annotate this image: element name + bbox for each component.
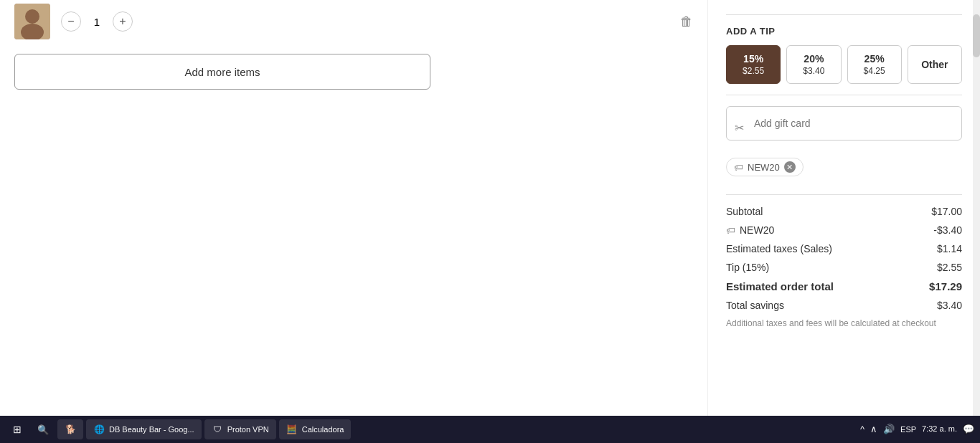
language-indicator[interactable]: ESP bbox=[900, 425, 916, 434]
promo-code-label: NEW20 bbox=[748, 162, 780, 173]
taskbar-calc-app[interactable]: 🧮 Calculadora bbox=[279, 419, 352, 439]
gift-card-icon: ✂ bbox=[735, 121, 744, 135]
widget-icon: 🐕 bbox=[65, 424, 76, 435]
summary-tag-icon: 🏷 bbox=[726, 225, 735, 236]
calc-label: Calculadora bbox=[302, 425, 344, 434]
quantity-control: − 1 + bbox=[61, 11, 133, 32]
subtotal-label: Subtotal bbox=[726, 206, 763, 217]
mid-divider bbox=[726, 95, 962, 95]
chevron-up-icon[interactable]: ^ bbox=[860, 424, 864, 434]
tip-other-button[interactable]: Other bbox=[908, 45, 962, 84]
svg-point-1 bbox=[25, 9, 39, 24]
tip-20-button[interactable]: 20% $3.40 bbox=[786, 45, 841, 84]
tip-15-button[interactable]: 15% $2.55 bbox=[726, 45, 781, 84]
savings-label: Total savings bbox=[726, 300, 784, 311]
chrome-icon: 🌐 bbox=[93, 424, 105, 435]
summary-divider bbox=[726, 194, 962, 195]
footer-note: Additional taxes and fees will be calcul… bbox=[726, 318, 962, 328]
notification-icon[interactable]: 💬 bbox=[963, 424, 974, 434]
gift-card-wrapper: ✂ bbox=[726, 106, 962, 149]
cart-item-row: − 1 + 🗑 bbox=[14, 0, 693, 39]
taskbar-search-button[interactable]: 🔍 bbox=[32, 419, 55, 439]
time-display: 7:32 a. m. bbox=[922, 424, 957, 434]
taskbar-chrome-app[interactable]: 🌐 DB Beauty Bar - Goog... bbox=[86, 419, 202, 439]
subtotal-row: Subtotal $17.00 bbox=[726, 206, 962, 217]
decrease-quantity-button[interactable]: − bbox=[61, 11, 81, 32]
chrome-label: DB Beauty Bar - Goog... bbox=[109, 425, 194, 434]
tip-label: Tip (15%) bbox=[726, 262, 769, 273]
savings-row: Total savings $3.40 bbox=[726, 300, 962, 311]
taskbar-clock[interactable]: 7:32 a. m. bbox=[922, 424, 957, 434]
order-summary: Subtotal $17.00 🏷 NEW20 -$3.40 Estimated… bbox=[726, 206, 962, 328]
tip-options: 15% $2.55 20% $3.40 25% $4.25 Other bbox=[726, 45, 962, 84]
proton-icon: 🛡 bbox=[212, 424, 223, 435]
top-divider bbox=[726, 14, 962, 15]
quantity-value: 1 bbox=[90, 16, 104, 28]
total-row: Estimated order total $17.29 bbox=[726, 280, 962, 292]
network-icon[interactable]: ∧ bbox=[870, 424, 877, 434]
start-button[interactable]: ⊞ bbox=[6, 419, 29, 439]
total-label: Estimated order total bbox=[726, 280, 834, 292]
delete-item-button[interactable]: 🗑 bbox=[680, 14, 693, 29]
right-panel: ADD A TIP 15% $2.55 20% $3.40 25% $4.25 … bbox=[707, 0, 980, 416]
subtotal-value: $17.00 bbox=[931, 206, 962, 217]
promo-tag-icon: 🏷 bbox=[734, 162, 743, 173]
tip-value: $2.55 bbox=[937, 262, 962, 273]
add-more-items-button[interactable]: Add more items bbox=[14, 54, 430, 90]
taxes-label: Estimated taxes (Sales) bbox=[726, 243, 832, 254]
increase-quantity-button[interactable]: + bbox=[113, 11, 133, 32]
gift-card-input[interactable] bbox=[726, 106, 962, 140]
promo-remove-button[interactable]: ✕ bbox=[784, 161, 796, 173]
taskbar: ⊞ 🔍 🐕 🌐 DB Beauty Bar - Goog... 🛡 Proton… bbox=[0, 416, 980, 443]
taskbar-right: ^ ∧ 🔊 ESP 7:32 a. m. 💬 bbox=[860, 424, 974, 434]
taskbar-widget-icon[interactable]: 🐕 bbox=[57, 419, 83, 439]
promo-row: 🏷 NEW20 -$3.40 bbox=[726, 224, 962, 236]
tip-25-button[interactable]: 25% $4.25 bbox=[847, 45, 902, 84]
promo-summary-label: 🏷 NEW20 bbox=[726, 224, 774, 236]
total-value: $17.29 bbox=[929, 280, 962, 292]
promo-badge: 🏷 NEW20 ✕ bbox=[726, 158, 804, 176]
tip-row: Tip (15%) $2.55 bbox=[726, 262, 962, 273]
scrollbar-thumb[interactable] bbox=[973, 14, 980, 57]
taskbar-proton-app[interactable]: 🛡 Proton VPN bbox=[204, 419, 276, 439]
savings-value: $3.40 bbox=[937, 300, 962, 311]
tip-section-label: ADD A TIP bbox=[726, 26, 962, 37]
proton-label: Proton VPN bbox=[227, 425, 269, 434]
promo-summary-value: -$3.40 bbox=[933, 224, 962, 236]
item-thumbnail bbox=[14, 4, 50, 39]
scrollbar-track[interactable] bbox=[973, 0, 980, 416]
calc-icon: 🧮 bbox=[286, 424, 298, 435]
taxes-row: Estimated taxes (Sales) $1.14 bbox=[726, 243, 962, 254]
speaker-icon[interactable]: 🔊 bbox=[883, 424, 895, 434]
taxes-value: $1.14 bbox=[937, 243, 962, 254]
